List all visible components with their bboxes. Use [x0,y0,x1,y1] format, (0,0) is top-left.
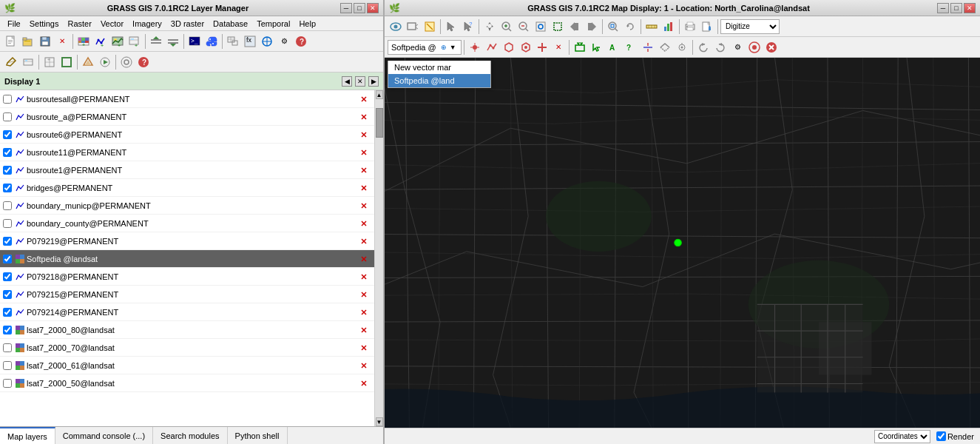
tb-map-calc[interactable]: fx [242,33,258,50]
minimize-button[interactable]: ─ [340,3,352,13]
coordinates-select[interactable]: Coordinates [874,430,930,443]
map-tb2-settings2[interactable]: ⚙ [729,39,746,56]
layer-checkbox[interactable] [3,379,12,388]
display-prev-btn[interactable]: ◀ [342,76,352,87]
layer-remove-btn[interactable] [359,148,368,157]
maximize-button[interactable]: □ [354,3,365,13]
layer-remove-btn[interactable] [359,219,368,228]
layer-remove-btn[interactable] [359,361,368,370]
tb-zoom-map[interactable] [225,33,241,50]
map-selector-btn[interactable]: Softpedia @ ⊕ ▼ [388,40,462,55]
tb-georect[interactable] [259,33,275,50]
map-maximize-button[interactable]: □ [950,3,962,13]
layer-checkbox[interactable] [3,361,12,370]
layer-item[interactable]: P079215@PERMANENT [0,286,374,303]
tab-python-shell[interactable]: Python shell [228,427,288,444]
layer-checkbox[interactable] [3,201,12,210]
tb-close-display[interactable]: ✕ [54,33,70,50]
map-tb2-select[interactable] [589,39,605,56]
map-tb2-help[interactable] [746,39,763,56]
map-dropdown-item-new[interactable]: New vector mar [388,61,490,74]
layer-checkbox[interactable] [3,326,12,334]
map-tb-zoom-out[interactable] [516,18,532,35]
tb-move-up[interactable] [148,33,164,50]
map-dropdown-item-softpedia[interactable]: Softpedia @land [388,74,490,87]
map-tb-zoom-page[interactable] [605,18,621,35]
tb-python[interactable] [203,33,220,50]
tb-save[interactable] [37,33,53,50]
map-tb2-add-point[interactable] [467,39,483,56]
map-tb2-move[interactable] [572,39,588,56]
map-tb2-add-centroid[interactable] [518,39,534,56]
tb-help-main[interactable]: ? [135,54,152,70]
layer-checkbox[interactable] [3,95,12,104]
layer-checkbox[interactable] [3,343,12,352]
layer-item[interactable]: boundary_county@PERMANENT [0,215,374,232]
display-next-btn[interactable]: ▶ [368,76,379,87]
map-tb-zoom-next[interactable] [584,18,600,35]
menu-file[interactable]: File [3,18,25,29]
map-tb-export[interactable] [699,18,715,35]
tb-add-raster[interactable]: + [75,33,92,50]
layer-item[interactable]: Softpedia @landsat [0,250,374,268]
tb-zoom-region[interactable] [58,54,75,70]
tb-animate[interactable] [97,54,113,70]
map-tb-pointer[interactable] [443,18,459,35]
layer-checkbox[interactable] [3,237,12,246]
map-tb-zoom-region[interactable] [550,18,566,35]
layer-item[interactable]: P079219@PERMANENT [0,232,374,250]
layer-remove-btn[interactable] [359,166,368,175]
tb-settings-main[interactable] [118,54,135,70]
layer-checkbox[interactable] [3,130,12,139]
layer-remove-btn[interactable] [359,326,368,334]
tb-settings[interactable]: ⚙ [276,33,292,50]
tb-help-left[interactable]: ? [293,33,309,50]
layer-remove-btn[interactable] [359,308,368,317]
layer-remove-btn[interactable] [359,201,368,210]
layer-item[interactable]: busroutesall@PERMANENT [0,90,374,108]
map-tb-analyze[interactable] [660,18,677,35]
tb-cmd-console[interactable]: >_ [186,33,203,50]
tb-add-group[interactable]: + [126,33,143,50]
tab-map-layers[interactable]: Map layers [0,427,55,444]
map-tb-render[interactable] [405,18,421,35]
map-tb2-add-boundary[interactable] [501,39,517,56]
layer-item[interactable]: bridges@PERMANENT [0,179,374,197]
layer-item[interactable]: busroute1@PERMANENT [0,161,374,179]
layer-checkbox[interactable] [3,148,12,157]
map-tb-zoom-extent[interactable] [533,18,549,35]
map-tb-pan[interactable] [481,18,498,35]
map-tb2-exit[interactable] [763,39,780,56]
map-tb-measure[interactable] [643,18,660,35]
layer-checkbox[interactable] [3,112,12,121]
tab-search-modules[interactable]: Search modules [153,427,228,444]
map-tb2-split[interactable] [640,39,656,56]
map-tb2-snap[interactable] [674,39,690,56]
layer-item[interactable]: boundary_municp@PERMANENT [0,197,374,215]
menu-raster[interactable]: Raster [63,18,95,29]
tb-add-vector[interactable]: + [92,33,109,50]
layer-remove-btn[interactable] [359,343,368,352]
display-close-btn[interactable]: ✕ [355,76,365,87]
map-tb-zoom-prev[interactable] [567,18,583,35]
tb-add-imagery[interactable]: + [109,33,126,50]
map-tb2-delete[interactable]: ✕ [550,39,567,56]
layer-remove-btn[interactable] [359,290,368,299]
menu-settings[interactable]: Settings [25,18,64,29]
layer-item[interactable]: lsat7_2000_70@landsat [0,339,374,357]
layer-item[interactable]: P079218@PERMANENT [0,268,374,286]
layer-remove-btn[interactable] [359,255,368,263]
map-tb-erase[interactable] [422,18,438,35]
layer-remove-btn[interactable] [359,379,368,388]
map-tb-display[interactable] [388,18,404,35]
tb-nviz[interactable] [80,54,96,70]
layer-checkbox[interactable] [3,290,12,299]
tb-move-down[interactable] [165,33,181,50]
menu-3draster[interactable]: 3D raster [166,18,209,29]
layer-item[interactable]: busroute_a@PERMANENT [0,108,374,126]
map-tb2-cat[interactable]: A [606,39,622,56]
map-tb2-flip[interactable] [657,39,673,56]
menu-help[interactable]: Help [294,18,320,29]
tb-edit-layer[interactable] [3,54,19,70]
scrollbar[interactable]: ▲ ▼ [374,90,383,426]
